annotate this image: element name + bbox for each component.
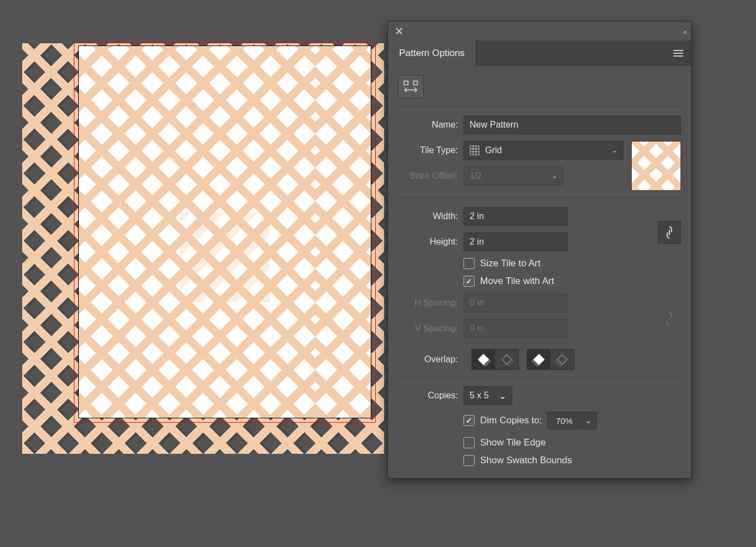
- width-input[interactable]: 2 in: [463, 207, 568, 226]
- grid-icon: [470, 145, 480, 155]
- link-icon: [666, 226, 673, 239]
- collapse-panel-icon[interactable]: ‹‹: [683, 27, 686, 36]
- show-swatch-bounds-label: Show Swatch Bounds: [480, 455, 572, 466]
- dim-copies-percent-select[interactable]: 70% ⌄: [547, 412, 597, 429]
- move-tile-checkbox[interactable]: [463, 276, 475, 287]
- svg-rect-1: [414, 81, 417, 85]
- link-dimensions-button[interactable]: [658, 221, 681, 244]
- copies-select[interactable]: 5 x 5 ⌄: [463, 386, 512, 405]
- overlap-bottom-on-top-button[interactable]: [551, 350, 574, 369]
- chevron-down-icon: ⌄: [612, 146, 617, 154]
- chevron-down-icon: ⌄: [499, 391, 506, 401]
- size-tile-checkbox[interactable]: [463, 258, 475, 269]
- brick-offset-label: Brick Offset:: [398, 171, 463, 181]
- show-tile-edge-label: Show Tile Edge: [480, 437, 546, 448]
- v-spacing-label: V Spacing:: [398, 323, 463, 333]
- overlap-top-on-top-button[interactable]: [527, 350, 551, 369]
- tab-pattern-options[interactable]: Pattern Options: [388, 40, 476, 66]
- pattern-options-panel: ‹‹ Pattern Options Name: New Pattern: [387, 21, 692, 479]
- name-input[interactable]: New Pattern: [463, 115, 681, 134]
- artboard[interactable]: [78, 45, 371, 418]
- show-tile-edge-checkbox[interactable]: [463, 437, 475, 448]
- panel-menu-icon[interactable]: [666, 40, 691, 66]
- overlap-horizontal-group: [471, 349, 519, 370]
- size-tile-label: Size Tile to Art: [480, 258, 541, 269]
- link-spacing-button: [658, 307, 681, 331]
- tile-type-label: Tile Type:: [398, 145, 463, 155]
- height-label: Height:: [398, 237, 463, 247]
- v-spacing-input: 0 in: [463, 319, 568, 338]
- dim-copies-checkbox[interactable]: [463, 415, 475, 426]
- width-label: Width:: [398, 211, 463, 221]
- dim-copies-label: Dim Copies to:: [480, 415, 542, 426]
- name-label: Name:: [398, 120, 463, 130]
- tile-type-select[interactable]: Grid ⌄: [463, 141, 623, 160]
- svg-rect-0: [404, 81, 408, 85]
- overlap-vertical-group: [527, 349, 574, 370]
- show-swatch-bounds-checkbox[interactable]: [463, 455, 475, 466]
- overlap-right-on-top-button[interactable]: [495, 350, 518, 369]
- chevron-down-icon: ⌄: [581, 412, 597, 429]
- move-tile-label: Move Tile with Art: [480, 276, 554, 287]
- pattern-tile-highlight[interactable]: [180, 212, 270, 302]
- pattern-tile-tool-button[interactable]: [398, 75, 424, 98]
- brick-offset-select: 1/2 ⌄: [463, 166, 563, 185]
- copies-label: Copies:: [398, 391, 463, 401]
- panel-tab-bar: Pattern Options: [388, 40, 691, 66]
- close-icon[interactable]: [394, 26, 405, 37]
- height-input[interactable]: 2 in: [463, 232, 568, 251]
- overlap-label: Overlap:: [398, 354, 463, 364]
- h-spacing-label: H Spacing:: [398, 298, 463, 308]
- panel-titlebar[interactable]: ‹‹: [388, 22, 691, 40]
- panel-body: Name: New Pattern Tile Type: Grid: [388, 66, 691, 478]
- h-spacing-input: 0 in: [463, 293, 568, 312]
- link-broken-icon: [665, 312, 674, 326]
- pattern-swatch-preview: [631, 141, 681, 191]
- svg-rect-2: [470, 146, 479, 155]
- chevron-down-icon: ⌄: [552, 172, 557, 180]
- overlap-left-on-top-button[interactable]: [472, 350, 495, 369]
